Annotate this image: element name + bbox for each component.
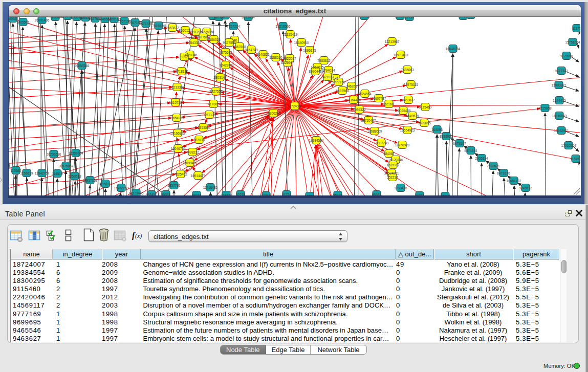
svg-text:8186328: 8186328	[207, 38, 221, 41]
svg-text:19218506: 19218506	[276, 25, 291, 28]
svg-text:88130: 88130	[405, 17, 414, 19]
svg-text:7986322: 7986322	[353, 108, 366, 112]
svg-text:(x): (x)	[135, 232, 142, 239]
svg-text:252214: 252214	[387, 176, 398, 179]
svg-text:7632621: 7632621	[487, 164, 500, 168]
svg-text:9463627: 9463627	[402, 98, 415, 102]
svg-text:8427552: 8427552	[209, 90, 223, 93]
svg-text:9245612: 9245612	[519, 186, 532, 190]
svg-text:25300295: 25300295	[266, 112, 281, 115]
svg-text:3875685: 3875685	[219, 51, 232, 54]
svg-text:10973493: 10973493	[394, 53, 408, 57]
svg-text:15692901: 15692901	[554, 129, 569, 133]
svg-text:7955812: 7955812	[317, 59, 331, 62]
svg-text:8813: 8813	[460, 17, 467, 18]
svg-text:2935114: 2935114	[475, 157, 488, 160]
svg-text:12323446: 12323446	[129, 191, 144, 195]
svg-text:8938923: 8938923	[440, 135, 453, 138]
svg-text:11716485: 11716485	[203, 186, 218, 189]
svg-text:184067: 184067	[383, 152, 395, 156]
svg-text:9392: 9392	[181, 55, 188, 59]
svg-text:1421022: 1421022	[321, 75, 334, 79]
svg-text:20206536: 20206536	[47, 152, 61, 156]
svg-text:2367608: 2367608	[233, 45, 246, 49]
svg-text:10958117: 10958117	[98, 182, 113, 186]
svg-text:8660124: 8660124	[179, 29, 192, 32]
svg-text:13353594: 13353594	[196, 126, 211, 129]
svg-text:9857791: 9857791	[167, 184, 181, 187]
svg-text:16120746: 16120746	[388, 158, 403, 162]
svg-text:16914479: 16914479	[191, 174, 206, 178]
svg-text:62160: 62160	[384, 102, 394, 106]
svg-text:887833: 887833	[193, 138, 205, 142]
svg-text:7485063: 7485063	[401, 68, 414, 72]
svg-text:3024554: 3024554	[358, 92, 372, 96]
svg-text:1588520: 1588520	[269, 56, 282, 59]
svg-text:10025438: 10025438	[396, 109, 411, 113]
svg-text:9227343: 9227343	[555, 69, 568, 73]
svg-text:8215958: 8215958	[538, 106, 552, 110]
svg-text:9115460: 9115460	[419, 105, 432, 109]
svg-text:1156829: 1156829	[20, 171, 33, 175]
svg-text:6794024: 6794024	[322, 69, 335, 72]
svg-text:12942757: 12942757	[35, 171, 50, 175]
svg-text:17010504: 17010504	[561, 144, 576, 147]
svg-text:114519: 114519	[52, 172, 63, 176]
svg-text:20053346: 20053346	[75, 64, 90, 68]
svg-text:1250513: 1250513	[68, 174, 81, 178]
svg-text:335061: 335061	[9, 164, 11, 168]
svg-text:141: 141	[333, 77, 339, 80]
svg-text:20091406: 20091406	[35, 18, 50, 22]
svg-text:6497568: 6497568	[336, 89, 349, 93]
svg-text:3267130: 3267130	[203, 113, 216, 117]
svg-text:417006: 417006	[208, 102, 219, 106]
svg-text:8990448: 8990448	[309, 70, 322, 73]
svg-text:13325419: 13325419	[283, 33, 298, 36]
svg-text:12213302: 12213302	[170, 85, 185, 89]
svg-text:1804: 1804	[52, 17, 59, 19]
svg-text:10543362: 10543362	[187, 41, 202, 45]
svg-text:10756928: 10756928	[395, 143, 410, 147]
svg-text:6671355: 6671355	[139, 22, 153, 26]
svg-text:10607487: 10607487	[372, 97, 386, 100]
svg-text:1405571: 1405571	[16, 20, 30, 24]
svg-text:10654122: 10654122	[507, 179, 521, 183]
svg-text:18724007: 18724007	[288, 104, 302, 108]
svg-text:881305: 881305	[395, 17, 406, 18]
svg-text:9474444: 9474444	[464, 149, 477, 152]
svg-text:9699695: 9699695	[418, 121, 431, 125]
svg-text:26099489: 26099489	[183, 161, 198, 165]
svg-text:15751074: 15751074	[565, 40, 580, 44]
svg-text:8454749: 8454749	[245, 48, 258, 52]
svg-text:9242845: 9242845	[219, 63, 232, 67]
svg-text:9129966: 9129966	[560, 54, 573, 58]
svg-text:8471676: 8471676	[497, 171, 510, 175]
svg-text:116753: 116753	[570, 157, 580, 161]
svg-text:16782759: 16782759	[114, 186, 129, 190]
svg-text:6679197: 6679197	[453, 142, 466, 145]
svg-text:16654923: 16654923	[400, 128, 415, 132]
svg-text:13975115: 13975115	[404, 83, 419, 86]
svg-text:12093822: 12093822	[552, 83, 567, 87]
svg-text:7663822: 7663822	[166, 26, 179, 30]
svg-text:11175: 11175	[572, 27, 580, 30]
svg-text:17957253: 17957253	[83, 179, 98, 182]
svg-text:9327505: 9327505	[223, 41, 236, 45]
svg-text:16046736: 16046736	[171, 147, 186, 150]
svg-text:16648784: 16648784	[446, 47, 461, 51]
svg-text:2718120: 2718120	[175, 70, 188, 73]
svg-text:19384554: 19384554	[309, 139, 324, 142]
svg-text:9777169: 9777169	[332, 80, 345, 84]
svg-text:1244415: 1244415	[553, 99, 566, 102]
svg-text:1733426: 1733426	[394, 186, 407, 190]
svg-text:2803144: 2803144	[213, 76, 227, 79]
svg-text:9146821: 9146821	[256, 53, 270, 56]
svg-text:7857224: 7857224	[227, 25, 240, 28]
svg-text:18640910: 18640910	[294, 41, 309, 45]
svg-text:8322017: 8322017	[281, 61, 294, 64]
svg-text:1696175: 1696175	[303, 49, 316, 52]
svg-text:30975867: 30975867	[59, 164, 74, 168]
svg-text:8813054: 8813054	[242, 17, 255, 19]
svg-text:12213967: 12213967	[385, 40, 400, 43]
svg-text:23226058: 23226058	[200, 30, 214, 34]
